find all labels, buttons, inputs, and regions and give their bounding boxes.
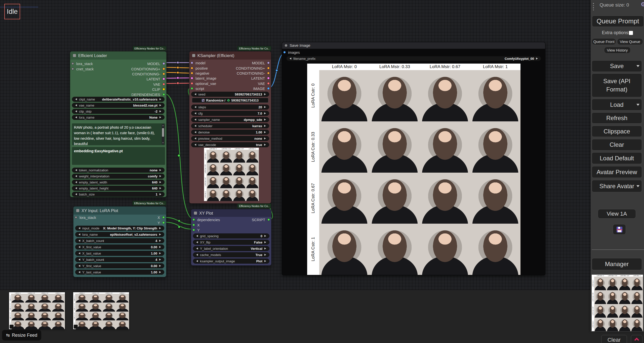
sidebar-result-thumbnail[interactable]: LoRA Mstr: 0LoRA Mstr: 0.33LoRA Mstr: 0.… <box>592 275 643 331</box>
slot-dot-icon[interactable] <box>163 78 165 80</box>
node-efficient-loader[interactable]: Efficient Loader lora_stackcnet_stack MO… <box>70 51 167 197</box>
output-slot-IMAGE[interactable]: IMAGE <box>189 86 271 91</box>
node-xy-input-lora-plot[interactable]: XY Input: LoRA Plot lora_stack XY input_… <box>73 206 166 277</box>
widget-ckpt_name[interactable]: ckpt_namedeliberateRealistic_v10.safeten… <box>72 97 165 102</box>
increase-arrow-icon[interactable] <box>159 181 162 183</box>
view-1a-button[interactable]: View 1A <box>598 209 636 219</box>
decrease-arrow-icon[interactable] <box>74 193 77 195</box>
scrollbar-thumb[interactable] <box>162 128 164 137</box>
widget-cache_models[interactable]: cache_modelsTrue <box>193 252 269 257</box>
input-slot-X[interactable]: X <box>191 222 271 227</box>
decrease-arrow-icon[interactable] <box>74 175 77 177</box>
comfy-menu-panel[interactable]: Queue size: 0 ⚙ Queue Prompt Extra optio… <box>591 0 644 332</box>
view-history-button[interactable]: View History <box>604 47 631 54</box>
widget-Y_label_orientation[interactable]: Y_label_orientationVertical <box>193 246 269 251</box>
collapse-icon[interactable] <box>194 212 197 215</box>
increase-arrow-icon[interactable] <box>264 241 267 243</box>
output-slot-MODEL[interactable]: MODEL <box>189 61 271 66</box>
widget-grid_spacing[interactable]: grid_spacing0 <box>193 233 269 238</box>
decrease-arrow-icon[interactable] <box>77 265 80 267</box>
resize-feed-button[interactable]: ⇆ Resize Feed <box>2 330 41 340</box>
share-avatar-button[interactable]: Share Avatar <box>592 180 642 192</box>
increase-arrow-icon[interactable] <box>159 104 162 106</box>
increase-arrow-icon[interactable] <box>159 116 162 118</box>
decrease-arrow-icon[interactable] <box>195 235 198 237</box>
decrease-arrow-icon[interactable] <box>77 252 80 254</box>
slot-dot-icon[interactable] <box>267 87 270 90</box>
widget-X_first_value[interactable]: X_first_value0.00 <box>75 244 164 250</box>
randomize-seed-button[interactable]: ⚂ Randomize / ♻ 593927061734313 <box>192 98 268 103</box>
output-slot-CLIP[interactable]: CLIP <box>70 87 166 92</box>
decrease-arrow-icon[interactable] <box>193 131 196 133</box>
avatar-preview-button[interactable]: Avatar Preview <box>592 166 642 178</box>
save-button[interactable]: Save <box>592 60 642 72</box>
queue-prompt-button[interactable]: Queue Prompt <box>592 16 644 27</box>
decrease-arrow-icon[interactable] <box>74 116 77 118</box>
increase-arrow-icon[interactable] <box>159 265 162 267</box>
decrease-arrow-icon[interactable] <box>77 271 80 273</box>
increase-arrow-icon[interactable] <box>159 193 162 195</box>
increase-arrow-icon[interactable] <box>159 252 162 254</box>
increase-arrow-icon[interactable] <box>159 240 162 242</box>
widget-XY_flip[interactable]: XY_flipFalse <box>193 240 269 245</box>
widget-X_batch_count[interactable]: X_batch_count4 <box>75 238 164 243</box>
slot-dot-icon[interactable] <box>267 62 270 64</box>
widget-vae_decode[interactable]: vae_decodetrue <box>191 142 269 147</box>
increase-arrow-icon[interactable] <box>159 227 162 229</box>
increase-arrow-icon[interactable] <box>159 187 162 189</box>
increase-arrow-icon[interactable] <box>264 137 267 139</box>
slot-dot-icon[interactable] <box>163 88 165 90</box>
widget-empty_latent_width[interactable]: empty_latent_width640 <box>72 180 165 185</box>
increase-arrow-icon[interactable] <box>264 254 267 256</box>
decrease-arrow-icon[interactable] <box>74 104 77 106</box>
increase-arrow-icon[interactable] <box>264 119 267 121</box>
positive-prompt-textarea[interactable]: RAW photo, a portrait photo of 20 y.o ca… <box>72 123 165 145</box>
widget-weight_interpretation[interactable]: weight_interpretationcomfy <box>72 174 165 179</box>
widget-preview_method[interactable]: preview_methodnone <box>191 136 269 141</box>
clipspace-button[interactable]: Clipspace <box>592 126 642 137</box>
slot-dot-icon[interactable] <box>283 51 286 54</box>
widget-Y_first_value[interactable]: Y_first_value0.00 <box>75 263 164 268</box>
output-slot-CONDITIONING-[interactable]: CONDITIONING- <box>189 71 271 76</box>
view-queue-button[interactable]: View Queue <box>617 38 643 45</box>
node-title-bar[interactable]: Save Image <box>282 42 545 49</box>
collapse-icon[interactable] <box>76 209 79 212</box>
increase-arrow-icon[interactable] <box>159 175 162 177</box>
manager-button[interactable]: Manager <box>592 258 642 270</box>
feed-thumb-action-button[interactable] <box>10 325 14 329</box>
increase-arrow-icon[interactable] <box>264 125 267 127</box>
feed-thumbnail[interactable]: LoRA Mstr: 0LoRA Mstr: 0.33LoRA Mstr: 0.… <box>73 292 129 329</box>
widget-filename_prefix[interactable]: filename_prefixComfyUI\xyplot_00 <box>286 56 541 61</box>
slot-dot-icon[interactable] <box>267 72 270 74</box>
increase-arrow-icon[interactable] <box>264 260 267 262</box>
decrease-arrow-icon[interactable] <box>195 260 198 262</box>
slot-dot-icon[interactable] <box>267 218 270 221</box>
increase-arrow-icon[interactable] <box>159 271 162 273</box>
widget-sampler_name[interactable]: sampler_namedpmpp_sde <box>191 117 269 122</box>
output-slot-VAE[interactable]: VAE <box>70 82 166 87</box>
save-api-format-button[interactable]: Save (API Format) <box>592 73 642 97</box>
node-title-bar[interactable]: XY Plot <box>191 209 271 217</box>
collapse-icon[interactable] <box>192 54 195 57</box>
collapse-icon[interactable] <box>73 54 76 57</box>
node-save-image[interactable]: Save Image images filename_prefixComfyUI… <box>282 42 545 275</box>
output-slot-LATENT[interactable]: LATENT <box>70 77 166 82</box>
extra-options-checkbox[interactable] <box>629 31 633 35</box>
increase-arrow-icon[interactable] <box>264 112 267 114</box>
decrease-arrow-icon[interactable] <box>193 93 196 95</box>
increase-arrow-icon[interactable] <box>159 233 162 235</box>
feed-clear-button[interactable]: Clear <box>601 335 627 343</box>
node-title-bar[interactable]: Efficient Loader <box>70 52 166 60</box>
widget-clip_skip[interactable]: clip_skip-2 <box>72 109 165 114</box>
increase-arrow-icon[interactable] <box>159 110 162 112</box>
output-slot-LATENT[interactable]: LATENT <box>189 76 271 81</box>
decrease-arrow-icon[interactable] <box>74 181 77 183</box>
output-slot-MODEL[interactable]: MODEL <box>70 61 166 66</box>
decrease-arrow-icon[interactable] <box>195 254 198 256</box>
decrease-arrow-icon[interactable] <box>77 233 80 235</box>
feed-thumb-action-button[interactable] <box>74 325 78 329</box>
clear-button[interactable]: Clear <box>592 139 642 151</box>
output-slot-VAE[interactable]: VAE <box>189 81 271 86</box>
widget-scheduler[interactable]: schedulerkarras <box>191 123 269 128</box>
output-slot-CONDITIONING+[interactable]: CONDITIONING+ <box>70 66 166 71</box>
